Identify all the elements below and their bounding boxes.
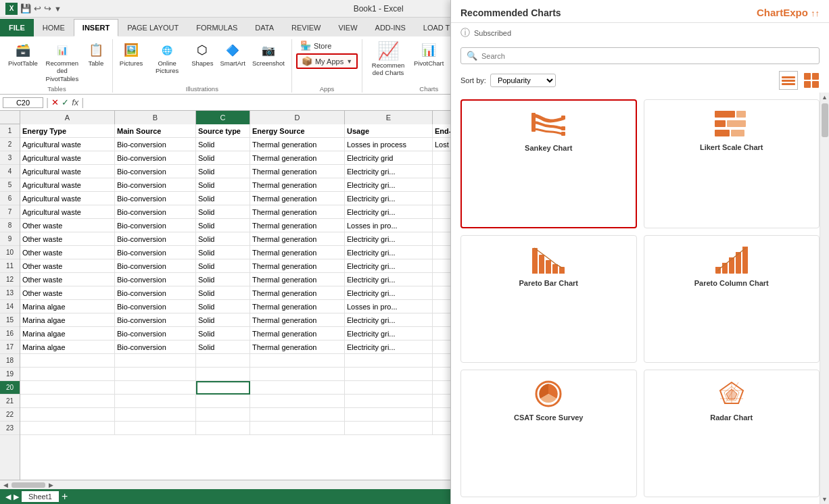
- row-header-23[interactable]: 23: [0, 422, 20, 435]
- cell-e1[interactable]: Usage: [345, 124, 433, 138]
- list-view-btn[interactable]: [779, 71, 798, 90]
- cell-d1[interactable]: Energy Source: [250, 124, 345, 138]
- row-header-10[interactable]: 10: [0, 246, 20, 259]
- store-btn[interactable]: 🏪 Store: [296, 39, 358, 52]
- scroll-right-btn[interactable]: ▶: [47, 482, 55, 488]
- popup-scroll-down[interactable]: ▼: [820, 495, 829, 504]
- chart-card-sankey[interactable]: Sankey Chart: [460, 99, 637, 228]
- undo-icon[interactable]: ↩: [34, 3, 41, 14]
- col-header-a[interactable]: A: [20, 111, 115, 124]
- save-icon-titlebar[interactable]: 💾: [20, 3, 31, 14]
- rec-pivottables-label: Recommended PivotTables: [45, 59, 80, 82]
- table-btn[interactable]: 📋 Table: [84, 39, 108, 68]
- category-view-btn[interactable]: [801, 71, 820, 90]
- chart-card-radar[interactable]: Radar Chart: [644, 370, 820, 497]
- cell-a1[interactable]: Energy Type: [20, 124, 115, 138]
- cell-e2[interactable]: Losses in process: [345, 138, 433, 151]
- pivottable-btn[interactable]: 🗃️ PivotTable: [5, 39, 41, 68]
- h-scroll-thumb[interactable]: [11, 482, 45, 488]
- recommended-pivottables-btn[interactable]: 📊 Recommended PivotTables: [42, 39, 82, 84]
- tab-file[interactable]: FILE: [0, 19, 34, 36]
- cell-d3[interactable]: Thermal generation: [250, 151, 345, 165]
- sortby-left: Sort by: Popularity Name Recent: [460, 74, 556, 87]
- row-header-3[interactable]: 3: [0, 151, 20, 165]
- redo-icon[interactable]: ↪: [44, 3, 51, 14]
- row-header-19[interactable]: 19: [0, 368, 20, 381]
- tab-insert[interactable]: INSERT: [74, 19, 118, 36]
- svg-rect-2: [561, 126, 565, 130]
- my-apps-btn[interactable]: 📦 My Apps ▼: [296, 53, 358, 69]
- cell-b3[interactable]: Bio-conversion: [115, 151, 196, 165]
- row-header-1[interactable]: 1: [0, 124, 20, 138]
- online-pictures-btn[interactable]: 🌐 Online Pictures: [147, 39, 187, 76]
- cell-a2[interactable]: Agricultural waste: [20, 138, 115, 151]
- cell-a3[interactable]: Agricultural waste: [20, 151, 115, 165]
- chart-card-csat[interactable]: CSAT Score Survey: [460, 370, 637, 497]
- row-header-6[interactable]: 6: [0, 192, 20, 205]
- row-header-2[interactable]: 2: [0, 138, 20, 151]
- corner-cell: [0, 111, 20, 124]
- col-header-b[interactable]: B: [115, 111, 196, 124]
- row-header-8[interactable]: 8: [0, 219, 20, 232]
- col-header-c[interactable]: C: [196, 111, 250, 124]
- row-header-12[interactable]: 12: [0, 273, 20, 286]
- screenshot-btn[interactable]: 📷 Screenshot: [250, 39, 287, 68]
- col-header-d[interactable]: D: [250, 111, 345, 124]
- shapes-btn[interactable]: ⬡ Shapes: [189, 39, 216, 68]
- svg-rect-1: [561, 116, 565, 120]
- smartart-btn[interactable]: 🔷 SmartArt: [217, 39, 247, 68]
- row-header-17[interactable]: 17: [0, 341, 20, 354]
- row-header-14[interactable]: 14: [0, 300, 20, 313]
- row-header-11[interactable]: 11: [0, 259, 20, 273]
- tab-home[interactable]: HOME: [34, 19, 74, 36]
- tab-page-layout[interactable]: PAGE LAYOUT: [118, 19, 187, 36]
- cell-b2[interactable]: Bio-conversion: [115, 138, 196, 151]
- popup-scroll-up[interactable]: ▲: [820, 93, 829, 102]
- popup-scroll-thumb[interactable]: [822, 103, 828, 137]
- tab-data[interactable]: DATA: [246, 19, 283, 36]
- row-header-9[interactable]: 9: [0, 232, 20, 246]
- prev-sheet-btn[interactable]: ◀: [5, 493, 11, 501]
- recommended-charts-btn[interactable]: 📈 Recommended Charts: [366, 39, 410, 78]
- row-header-22[interactable]: 22: [0, 408, 20, 422]
- cell-c3[interactable]: Solid: [196, 151, 250, 165]
- cell-b1[interactable]: Main Source: [115, 124, 196, 138]
- search-input[interactable]: [481, 52, 813, 60]
- insert-function-icon[interactable]: fx: [72, 97, 78, 107]
- tab-view[interactable]: VIEW: [329, 19, 366, 36]
- next-sheet-btn[interactable]: ▶: [14, 493, 19, 501]
- chart-card-pareto-bar[interactable]: Pareto Bar Chart: [460, 235, 637, 363]
- sheet-tab-sheet1[interactable]: Sheet1: [22, 491, 59, 502]
- add-sheet-btn[interactable]: +: [62, 490, 68, 503]
- tab-formulas[interactable]: FORMULAS: [187, 19, 246, 36]
- cell-d2[interactable]: Thermal generation: [250, 138, 345, 151]
- tab-addins[interactable]: ADD-INS: [366, 19, 414, 36]
- row-header-4[interactable]: 4: [0, 165, 20, 178]
- pivotchart-btn[interactable]: 📊 PivotChart: [411, 39, 446, 68]
- row-header-7[interactable]: 7: [0, 205, 20, 219]
- tab-review[interactable]: REVIEW: [283, 19, 329, 36]
- scroll-left-btn[interactable]: ◀: [1, 482, 10, 488]
- cell-c2[interactable]: Solid: [196, 138, 250, 151]
- row-header-20[interactable]: 20: [0, 381, 20, 395]
- active-cell-c20[interactable]: [196, 381, 250, 395]
- row-header-15[interactable]: 15: [0, 313, 20, 327]
- sortby-select[interactable]: Popularity Name Recent: [490, 74, 556, 87]
- col-header-e[interactable]: E: [345, 111, 433, 124]
- cell-e3[interactable]: Electricity grid: [345, 151, 433, 165]
- row-header-18[interactable]: 18: [0, 354, 20, 368]
- popup-vscrollbar[interactable]: ▲ ▼: [820, 93, 829, 504]
- popup-search[interactable]: 🔍: [460, 47, 820, 64]
- cancel-formula-icon[interactable]: ✕: [51, 97, 59, 107]
- cell-c1[interactable]: Source type: [196, 124, 250, 138]
- customize-icon[interactable]: ▼: [54, 5, 62, 13]
- row-header-13[interactable]: 13: [0, 286, 20, 300]
- chart-card-likert[interactable]: Likert Scale Chart: [644, 99, 820, 228]
- row-header-21[interactable]: 21: [0, 395, 20, 408]
- cell-ref-input[interactable]: [3, 97, 43, 108]
- chart-card-pareto-col[interactable]: Pareto Column Chart: [644, 235, 820, 363]
- pictures-btn[interactable]: 🖼️ Pictures: [117, 39, 145, 68]
- row-header-16[interactable]: 16: [0, 327, 20, 341]
- confirm-formula-icon[interactable]: ✓: [62, 97, 69, 107]
- row-header-5[interactable]: 5: [0, 178, 20, 192]
